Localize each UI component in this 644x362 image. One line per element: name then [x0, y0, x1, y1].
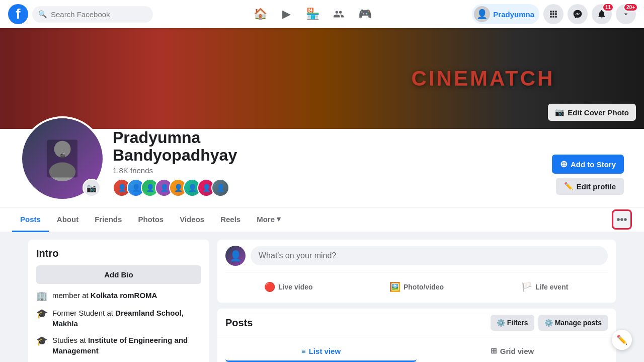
camera-icon: 📷 — [555, 108, 565, 117]
posts-view-tabs: ≡ List view ⊞ Grid view — [217, 337, 616, 362]
life-icon: 🏳️ — [521, 281, 532, 293]
manage-icon: ⚙️ — [544, 319, 553, 327]
search-icon: 🔍 — [38, 10, 47, 18]
list-view-tab[interactable]: ≡ List view — [225, 341, 417, 362]
add-bio-btn[interactable]: Add Bio — [36, 265, 201, 284]
school-icon-2: 🎓 — [36, 335, 47, 346]
filters-btn[interactable]: ⚙️ Filters — [491, 315, 534, 331]
edit-profile-label: Edit profile — [577, 182, 616, 191]
live-video-btn[interactable]: 🔴 Live video — [225, 277, 352, 297]
cover-area: CINEMATCH 📷 Edit Cover Photo — [0, 28, 644, 232]
right-icons: 👤 Pradyumna 11 20+ — [472, 4, 636, 24]
tab-friends[interactable]: Friends — [87, 208, 130, 232]
post-box-avatar: 👤 — [225, 246, 246, 266]
list-icon: ≡ — [301, 347, 306, 355]
add-to-story-btn[interactable]: ⊕ Add to Story — [552, 155, 624, 174]
friend-avatars: 👤 👤 👤 👤 👤 👤 👤 👤 — [113, 179, 544, 197]
account-btn[interactable]: 20+ — [616, 4, 636, 24]
cover-title-text: CINEMATCH — [412, 66, 555, 91]
add-story-label: Add to Story — [571, 160, 616, 169]
intro-school1-text: Former Student at Dreamland School, Makh… — [52, 308, 201, 329]
intro-card: Intro Add Bio 🏢 member at Kolkata romROM… — [28, 240, 209, 362]
profile-camera-btn[interactable]: 📷 — [83, 179, 101, 197]
edit-cover-label: Edit Cover Photo — [568, 108, 629, 117]
grid-view-tab[interactable]: ⊞ Grid view — [417, 341, 608, 362]
cover-photo: CINEMATCH 📷 Edit Cover Photo — [0, 28, 644, 129]
tab-photos[interactable]: Photos — [130, 208, 172, 232]
gaming-nav-btn[interactable]: 🎮 — [353, 2, 377, 26]
notifications-btn[interactable]: 11 — [592, 4, 612, 24]
tab-more[interactable]: More ▾ — [249, 207, 289, 232]
profile-full-name: Pradyumna Bandyopadhyay — [113, 129, 544, 164]
tab-posts[interactable]: Posts — [12, 208, 49, 232]
intro-item-work: 🏢 member at Kolkata romROMA — [36, 290, 201, 302]
manage-label: Manage posts — [555, 319, 602, 327]
add-story-icon: ⊕ — [560, 159, 568, 170]
photo-video-btn[interactable]: 🖼️ Photo/video — [354, 277, 480, 297]
video-nav-btn[interactable]: ▶ — [274, 2, 298, 26]
life-event-btn[interactable]: 🏳️ Life event — [481, 277, 608, 297]
post-input-fake[interactable]: What's on your mind? — [251, 246, 608, 265]
apps-btn[interactable] — [543, 4, 564, 24]
profile-chip-name: Pradyumna — [493, 10, 534, 19]
live-icon: 🔴 — [264, 281, 275, 293]
manage-posts-btn[interactable]: ⚙️ Manage posts — [538, 315, 608, 331]
friends-count: 1.8K friends — [113, 166, 544, 175]
notifications-badge: 11 — [602, 3, 614, 12]
search-box[interactable]: 🔍 — [32, 6, 153, 23]
profile-info-row: 🎬 📷 Pradyumna Bandyopadhyay 1.8K friends… — [20, 129, 624, 207]
svg-rect-2 — [47, 140, 77, 178]
profile-name-area: Pradyumna Bandyopadhyay 1.8K friends 👤 👤… — [113, 129, 544, 201]
messenger-btn[interactable] — [568, 4, 588, 24]
edit-profile-btn[interactable]: ✏️ Edit profile — [556, 178, 624, 195]
posts-header: Posts ⚙️ Filters ⚙️ Manage posts — [217, 309, 616, 337]
dots-icon: ••• — [616, 214, 627, 226]
post-box: 👤 What's on your mind? 🔴 Live video 🖼️ P… — [217, 240, 616, 303]
profile-actions: ⊕ Add to Story ✏️ Edit profile — [552, 155, 624, 201]
live-video-label: Live video — [278, 283, 312, 291]
work-icon: 🏢 — [36, 291, 47, 302]
life-event-label: Life event — [535, 283, 568, 291]
intro-item-school1: 🎓 Former Student at Dreamland School, Ma… — [36, 308, 201, 329]
search-input[interactable] — [51, 10, 147, 19]
photo-video-label: Photo/video — [404, 283, 444, 291]
profile-chip[interactable]: 👤 Pradyumna — [472, 4, 539, 24]
intro-school2-text: Studies at Institute of Engineering and … — [52, 335, 201, 356]
filter-icon: ⚙️ — [497, 319, 505, 327]
topbar: f 🔍 🏠 ▶ 🏪 🎮 👤 Pradyumna 11 20+ — [0, 0, 644, 28]
intro-item-school2: 🎓 Studies at Institute of Engineering an… — [36, 335, 201, 356]
tab-reels[interactable]: Reels — [212, 208, 249, 232]
photo-icon: 🖼️ — [389, 281, 400, 293]
intro-work-text: member at Kolkata romROMA — [52, 290, 157, 301]
tabs-bar: Posts About Friends Photos Videos Reels … — [0, 207, 644, 232]
edit-icon: ✏️ — [564, 182, 574, 191]
marketplace-nav-btn[interactable]: 🏪 — [300, 2, 325, 26]
school-icon-1: 🎓 — [36, 308, 47, 319]
profile-avatar-wrapper: 🎬 📷 — [20, 116, 105, 201]
home-nav-btn[interactable]: 🏠 — [248, 2, 272, 26]
filter-label: Filters — [507, 319, 528, 327]
more-arrow-icon: ▾ — [277, 214, 281, 224]
posts-header-actions: ⚙️ Filters ⚙️ Manage posts — [491, 315, 608, 331]
tab-dots-btn[interactable]: ••• — [612, 209, 632, 230]
post-input-row: 👤 What's on your mind? — [225, 246, 608, 266]
left-column: Intro Add Bio 🏢 member at Kolkata romROM… — [28, 240, 209, 362]
groups-nav-btn[interactable] — [327, 2, 351, 26]
main-content: Intro Add Bio 🏢 member at Kolkata romROM… — [20, 232, 624, 362]
facebook-logo: f — [8, 4, 28, 24]
post-actions-row: 🔴 Live video 🖼️ Photo/video 🏳️ Life even… — [225, 272, 608, 297]
tab-about[interactable]: About — [49, 208, 87, 232]
posts-section: Posts ⚙️ Filters ⚙️ Manage posts ≡ List … — [217, 309, 616, 362]
profile-section: 🎬 📷 Pradyumna Bandyopadhyay 1.8K friends… — [0, 129, 644, 207]
grid-icon: ⊞ — [491, 346, 497, 355]
nav-icons: 🏠 ▶ 🏪 🎮 — [157, 2, 468, 26]
floating-edit-btn[interactable]: ✏️ — [612, 330, 632, 350]
intro-title: Intro — [36, 248, 201, 259]
tab-videos[interactable]: Videos — [172, 208, 212, 232]
right-column: 👤 What's on your mind? 🔴 Live video 🖼️ P… — [217, 240, 616, 362]
posts-section-title: Posts — [225, 317, 491, 329]
list-view-label: List view — [309, 347, 341, 355]
more-label: More — [257, 215, 275, 224]
edit-cover-btn[interactable]: 📷 Edit Cover Photo — [548, 104, 636, 121]
svg-text:🎬: 🎬 — [60, 153, 66, 159]
